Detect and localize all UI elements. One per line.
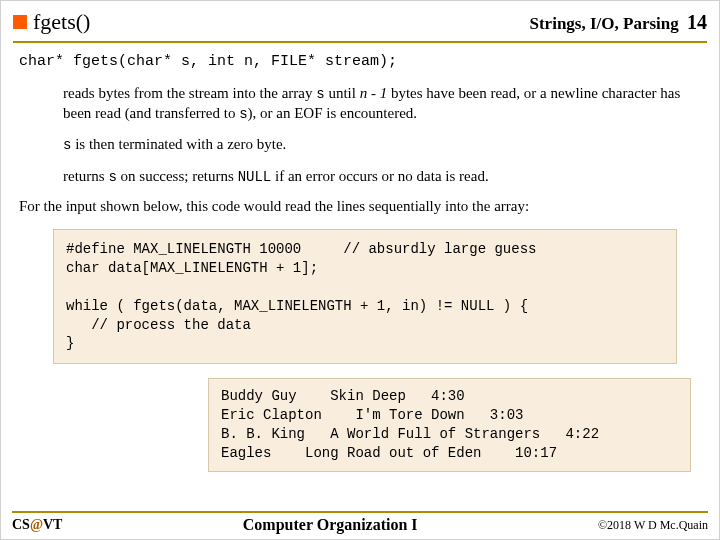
slide-header: fgets() Strings, I/O, Parsing 14 xyxy=(13,9,707,43)
desc-para-3: returns s on success; returns NULL if an… xyxy=(63,167,687,187)
slide: fgets() Strings, I/O, Parsing 14 char* f… xyxy=(0,0,720,540)
desc-para-2: s is then terminated with a zero byte. xyxy=(63,135,687,155)
page-number: 14 xyxy=(687,11,707,33)
sample-output: Buddy Guy Skin Deep 4:30 Eric Clapton I'… xyxy=(208,378,691,472)
header-left: fgets() xyxy=(13,9,90,35)
footer-left: CS@VT xyxy=(12,517,62,533)
section-label: Strings, I/O, Parsing xyxy=(530,14,679,33)
slide-title: fgets() xyxy=(33,9,90,35)
desc-para-1: reads bytes from the stream into the arr… xyxy=(63,84,687,123)
bullet-icon xyxy=(13,15,27,29)
code-block: #define MAX_LINELENGTH 10000 // absurdly… xyxy=(53,229,677,364)
footer-right: ©2018 W D Mc.Quain xyxy=(598,518,708,533)
function-signature: char* fgets(char* s, int n, FILE* stream… xyxy=(19,53,707,70)
header-right: Strings, I/O, Parsing 14 xyxy=(530,11,708,34)
footer-center: Computer Organization I xyxy=(243,516,418,534)
lead-sentence: For the input shown below, this code wou… xyxy=(19,198,701,215)
slide-footer: CS@VT Computer Organization I ©2018 W D … xyxy=(12,511,708,534)
description: reads bytes from the stream into the arr… xyxy=(63,84,687,186)
